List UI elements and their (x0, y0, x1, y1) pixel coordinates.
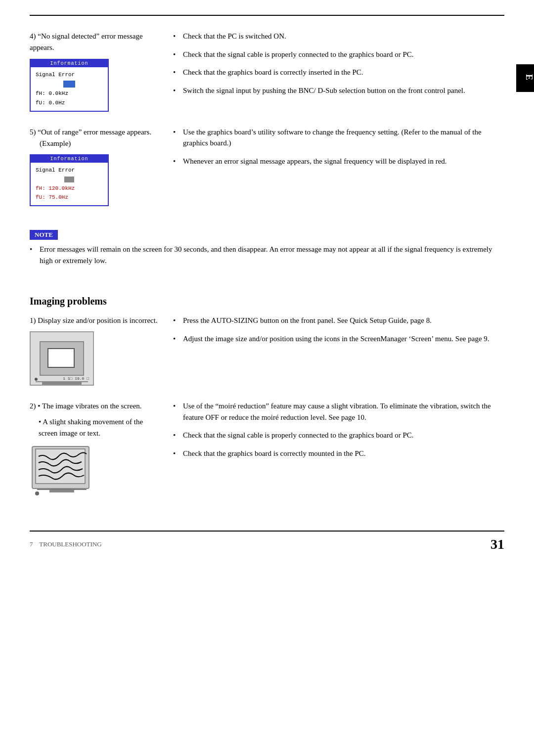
imaging-bullets-2: Use of the “moiré reduction” feature may… (173, 400, 504, 459)
left-col-1: 4) “No signal detected” error message ap… (30, 31, 158, 117)
imaging-bullets-1: Press the AUTO-SIZING button on the fron… (173, 315, 504, 344)
footer-chapter: 7 TROUBLESHOOTING (30, 540, 481, 548)
svg-rect-3 (49, 490, 74, 492)
imaging-section: Imaging problems 1) Display size and/or … (30, 282, 504, 516)
imaging-title: Imaging problems (30, 296, 504, 307)
monitor-image-1: 1 1□ 19.0 □ (30, 331, 94, 386)
footer-page-num: 31 (490, 536, 504, 552)
info-box-1-icon (63, 81, 75, 88)
bullets-2: Use the graphics board’s utility softwar… (173, 127, 504, 167)
stand-base-1 (42, 382, 82, 385)
page: E 4) “No signal detected” error message … (0, 0, 534, 756)
monitor-svg-2 (30, 444, 94, 501)
top-border (30, 15, 504, 16)
bullet-1-4: Switch the signal input by pushing the B… (173, 85, 504, 96)
item4-label: 4) “No signal detected” error message ap… (30, 31, 158, 54)
item5-label: 5) “Out of range” error message appears. (30, 127, 158, 138)
imaging-bullet-1-2: Adjust the image size and/or position us… (173, 333, 504, 345)
imaging-right-1: Press the AUTO-SIZING button on the fron… (173, 315, 504, 391)
section-no-signal: 4) “No signal detected” error message ap… (30, 31, 504, 117)
bullet-1-2: Check that the signal cable is properly … (173, 49, 504, 60)
imaging-left-1: 1) Display size and/or position is incor… (30, 315, 158, 391)
info-box-2-line1: Signal Error (36, 166, 103, 175)
info-box-1-line2: fH: 0.0kHz (36, 89, 103, 98)
info-box-2-icon (64, 177, 74, 182)
monitor-label-1: 1 1□ 19.0 □ (63, 376, 89, 381)
imaging-item-1: 1) Display size and/or position is incor… (30, 315, 504, 391)
svg-point-4 (35, 491, 39, 495)
monitor-image-2 (30, 444, 94, 501)
bullet-1-3: Check that the graphics board is correct… (173, 67, 504, 78)
note-box: NOTE Error messages will remain on the s… (30, 230, 504, 273)
info-box-1-body: Signal Error fH: 0.0kHz fU: 0.0Hz (31, 67, 108, 111)
imaging-right-2: Use of the “moiré reduction” feature may… (173, 400, 504, 506)
info-box-1-line1: Signal Error (36, 70, 103, 80)
note-list: Error messages will remain on the screen… (30, 244, 504, 266)
imaging-bullet-2-1: Use of the “moiré reduction” feature may… (173, 400, 504, 423)
info-box-2: Information Signal Error fH: 120.0kHz fU… (30, 154, 109, 206)
note-text: Error messages will remain on the screen… (30, 244, 504, 266)
right-col-1: Check that the PC is switched ON. Check … (173, 31, 504, 117)
note-label: NOTE (30, 230, 58, 240)
info-box-1: Information Signal Error fH: 0.0kHz fU: … (30, 59, 109, 112)
footer-chapter-label: TROUBLESHOOTING (39, 540, 101, 548)
info-box-2-body: Signal Error fH: 120.0kHz fU: 75.0Hz (31, 163, 108, 205)
monitor-stand-1 (31, 381, 93, 385)
bullet-2-1: Use the graphics board’s utility softwar… (173, 127, 504, 149)
imaging-bullet-2-2: Check that the signal cable is properly … (173, 430, 504, 441)
info-box-2-line2: fH: 120.0kHz (36, 184, 103, 193)
info-box-1-header: Information (31, 60, 108, 67)
imaging-bullet-1-1: Press the AUTO-SIZING button on the fron… (173, 315, 504, 326)
section-out-of-range: 5) “Out of range” error message appears.… (30, 127, 504, 212)
imaging-item2-label1: 2) • The image vibrates on the screen. (30, 400, 158, 412)
left-col-2: 5) “Out of range” error message appears.… (30, 127, 158, 212)
main-content: 4) “No signal detected” error message ap… (30, 31, 504, 516)
footer: 7 TROUBLESHOOTING 31 (30, 531, 504, 552)
footer-chapter-num: 7 (30, 540, 33, 548)
imaging-bullet-2-3: Check that the graphics board is correct… (173, 448, 504, 459)
item5-example: (Example) (40, 138, 158, 149)
imaging-item2-label2: • A slight shaking movement of the scree… (30, 416, 158, 440)
imaging-left-2: 2) • The image vibrates on the screen. •… (30, 400, 158, 506)
info-box-1-line3: fU: 0.0Hz (36, 98, 103, 108)
info-box-2-line3: fU: 75.0Hz (36, 193, 103, 202)
monitor-screen-1 (40, 341, 84, 376)
bullets-1: Check that the PC is switched ON. Check … (173, 31, 504, 96)
info-box-2-header: Information (31, 155, 108, 163)
bullet-1-1: Check that the PC is switched ON. (173, 31, 504, 42)
right-col-2: Use the graphics board’s utility softwar… (173, 127, 504, 212)
monitor-btn-1 (35, 378, 38, 381)
imaging-item1-label: 1) Display size and/or position is incor… (30, 315, 158, 326)
imaging-item-2: 2) • The image vibrates on the screen. •… (30, 400, 504, 506)
monitor-inner-rect-1 (47, 348, 75, 368)
bullet-2-2: Whenever an error signal message appears… (173, 156, 504, 167)
chapter-tab: E (516, 64, 534, 92)
